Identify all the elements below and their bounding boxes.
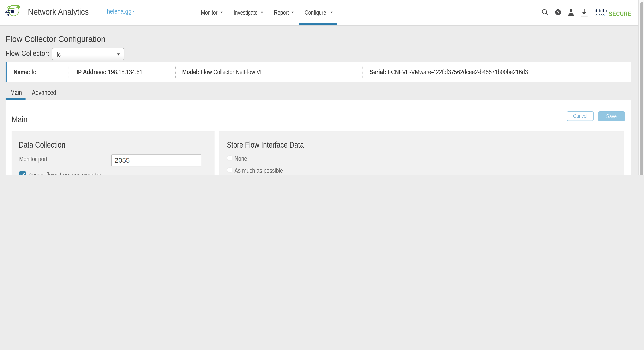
svg-text:cisco: cisco — [595, 13, 604, 17]
